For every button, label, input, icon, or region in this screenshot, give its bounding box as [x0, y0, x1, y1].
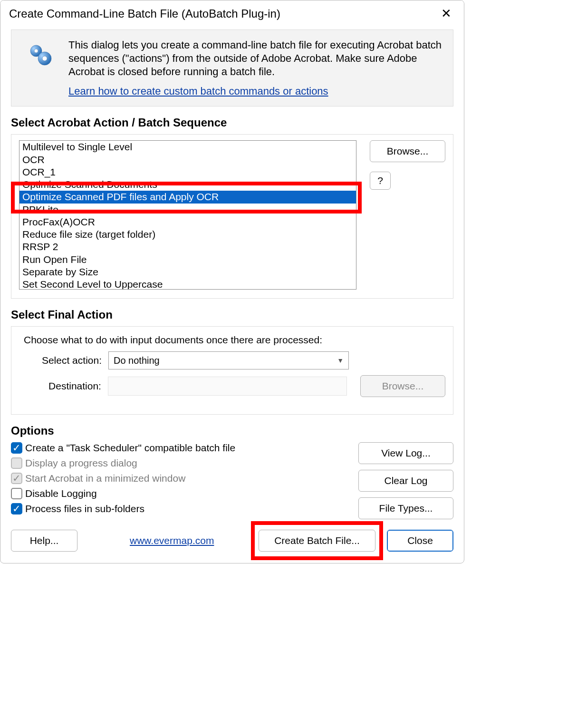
progress-dialog-checkbox — [11, 457, 22, 469]
minimized-label: Start Acrobat in a minimized window — [25, 473, 185, 484]
final-prompt: Choose what to do with input documents o… — [24, 334, 445, 346]
help-button[interactable]: Help... — [11, 530, 77, 552]
task-scheduler-checkbox[interactable]: ✓ — [11, 442, 22, 454]
subfolders-checkbox[interactable]: ✓ — [11, 503, 22, 514]
progress-dialog-label: Display a progress dialog — [25, 457, 137, 469]
view-log-button[interactable]: View Log... — [358, 442, 453, 464]
list-item[interactable]: Set Second Level to Uppercase — [19, 278, 356, 290]
intro-text: This dialog lets you create a command-li… — [68, 39, 443, 78]
svg-point-1 — [34, 49, 38, 53]
list-item[interactable]: ProcFax(A)OCR — [19, 216, 356, 228]
learn-more-link[interactable]: Learn how to create custom batch command… — [68, 85, 328, 97]
evermap-link[interactable]: www.evermap.com — [130, 535, 214, 546]
disable-logging-label: Disable Logging — [25, 488, 97, 499]
chevron-down-icon: ▼ — [337, 357, 344, 364]
dialog-title: Create Command-Line Batch File (AutoBatc… — [9, 7, 280, 20]
list-item[interactable]: Optimize Scanned Documents — [19, 178, 356, 191]
svg-point-3 — [42, 56, 47, 61]
clear-log-button[interactable]: Clear Log — [358, 470, 453, 492]
list-item[interactable]: Run Open File — [19, 253, 356, 266]
help-question-button[interactable]: ? — [370, 172, 391, 190]
subfolders-label: Process files in sub-folders — [25, 503, 144, 514]
browse-button[interactable]: Browse... — [370, 140, 445, 162]
list-item[interactable]: RRSP 2 — [19, 241, 356, 253]
select-sequence-header: Select Acrobat Action / Batch Sequence — [11, 116, 453, 129]
options-header: Options — [11, 424, 453, 437]
list-item[interactable]: OCR_1 — [19, 166, 356, 178]
list-item[interactable]: Reduce file size (target folder) — [19, 228, 356, 241]
sequence-listbox[interactable]: Multilevel to Single LevelOCROCR_1Optimi… — [19, 140, 356, 290]
destination-browse-button: Browse... — [360, 375, 445, 397]
list-item[interactable]: PPKLite — [19, 204, 356, 216]
close-icon[interactable]: ✕ — [437, 5, 455, 22]
select-action-dropdown[interactable]: Do nothing ▼ — [108, 351, 349, 369]
close-button[interactable]: Close — [387, 530, 453, 552]
gear-icon — [27, 41, 53, 68]
list-item[interactable]: OCR — [19, 154, 356, 166]
file-types-button[interactable]: File Types... — [358, 497, 453, 519]
select-action-value: Do nothing — [114, 355, 160, 366]
task-scheduler-label: Create a "Task Scheduler" compatible bat… — [25, 442, 235, 454]
final-action-header: Select Final Action — [11, 308, 453, 321]
list-item[interactable]: Separate by Size — [19, 266, 356, 278]
create-batch-file-button[interactable]: Create Batch File... — [259, 530, 375, 552]
destination-input[interactable] — [108, 377, 347, 396]
select-action-label: Select action: — [19, 355, 102, 366]
minimized-checkbox: ✓ — [11, 473, 22, 484]
list-item[interactable]: Optimize Scanned PDF files and Apply OCR — [19, 191, 356, 203]
disable-logging-checkbox[interactable] — [11, 488, 22, 499]
destination-label: Destination: — [19, 380, 101, 392]
list-item[interactable]: Multilevel to Single Level — [19, 141, 356, 153]
intro-panel: This dialog lets you create a command-li… — [11, 29, 453, 107]
